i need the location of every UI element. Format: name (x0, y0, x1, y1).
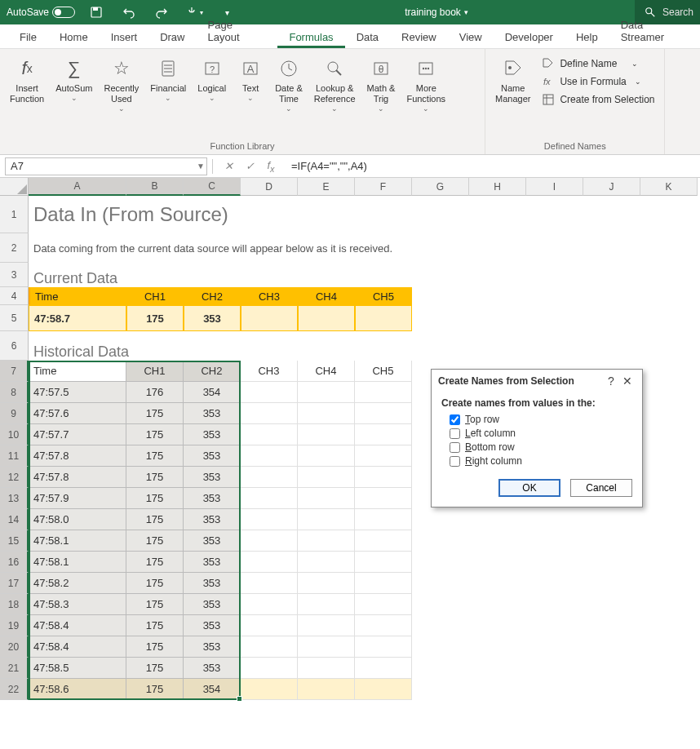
col-K[interactable]: K (640, 178, 698, 196)
tab-draw[interactable]: Draw (148, 26, 196, 48)
cell[interactable] (355, 658, 412, 679)
cell[interactable] (241, 679, 298, 700)
cell[interactable]: CH4 (298, 361, 355, 382)
fx-button[interactable]: fx (262, 159, 280, 174)
cell[interactable]: 353 (184, 552, 241, 573)
cell[interactable]: 353 (184, 658, 241, 679)
cell[interactable]: 175 (126, 552, 184, 573)
cell[interactable]: 47:57.7 (29, 424, 126, 445)
tab-view[interactable]: View (448, 26, 494, 48)
help-button[interactable]: ? (603, 374, 619, 388)
cell[interactable] (241, 305, 298, 331)
row-18[interactable]: 18 (0, 594, 29, 615)
cell[interactable]: CH3 (241, 361, 298, 382)
cell[interactable] (355, 403, 412, 424)
tab-insert[interactable]: Insert (100, 26, 149, 48)
row-7[interactable]: 7 (0, 361, 29, 382)
cell[interactable]: 47:57.5 (29, 382, 126, 403)
cell[interactable] (298, 467, 355, 488)
cell[interactable] (355, 382, 412, 403)
cell[interactable]: 353 (184, 530, 241, 552)
tab-page-layout[interactable]: Page Layout (197, 14, 278, 48)
cell[interactable]: 353 (184, 305, 241, 331)
row-19[interactable]: 19 (0, 615, 29, 636)
row-21[interactable]: 21 (0, 658, 29, 679)
select-all-corner[interactable] (0, 178, 29, 196)
more-functions-button[interactable]: More Functions⌄ (401, 52, 450, 116)
row-6[interactable]: 6 (0, 331, 29, 361)
cell[interactable]: CH2 (184, 287, 241, 305)
formula-input[interactable]: =IF(A4="","",A4) (285, 160, 700, 172)
cell[interactable] (241, 467, 298, 488)
tab-home[interactable]: Home (48, 26, 100, 48)
row-9[interactable]: 9 (0, 403, 29, 424)
ok-button[interactable]: OK (498, 479, 560, 497)
cell[interactable]: CH4 (298, 287, 355, 305)
cell[interactable] (355, 305, 412, 331)
col-C[interactable]: C (184, 178, 241, 196)
cell[interactable] (355, 615, 412, 636)
cell[interactable]: CH3 (241, 287, 298, 305)
cell[interactable]: 175 (126, 573, 184, 594)
chevron-down-icon[interactable]: ▼ (197, 162, 205, 171)
cell[interactable] (241, 573, 298, 594)
cancel-button[interactable]: Cancel (570, 479, 632, 497)
row-20[interactable]: 20 (0, 636, 29, 658)
cell[interactable]: 175 (126, 658, 184, 679)
cell[interactable]: 47:58.2 (29, 573, 126, 594)
cell[interactable]: 175 (126, 467, 184, 488)
cell[interactable]: 353 (184, 573, 241, 594)
cell[interactable] (355, 679, 412, 700)
cell[interactable]: 353 (184, 467, 241, 488)
cell[interactable]: 47:58.4 (29, 615, 126, 636)
cell[interactable]: 47:58.0 (29, 509, 126, 530)
tab-data-streamer[interactable]: Data Streamer (609, 14, 700, 48)
row-8[interactable]: 8 (0, 382, 29, 403)
cell[interactable]: 175 (126, 509, 184, 530)
insert-function-button[interactable]: fxInsert Function (5, 52, 49, 108)
cell[interactable] (298, 382, 355, 403)
cell[interactable]: Time (29, 361, 126, 382)
cell[interactable] (355, 594, 412, 615)
cell[interactable] (355, 636, 412, 658)
cell[interactable] (298, 679, 355, 700)
cell[interactable]: 175 (126, 636, 184, 658)
cell[interactable] (241, 509, 298, 530)
cell[interactable]: 175 (126, 305, 184, 331)
cell[interactable] (298, 305, 355, 331)
col-F[interactable]: F (355, 178, 412, 196)
name-box[interactable]: A7▼ (5, 157, 207, 175)
cell[interactable] (298, 530, 355, 552)
cell[interactable]: 353 (184, 636, 241, 658)
row-5[interactable]: 5 (0, 305, 29, 331)
cell[interactable] (298, 636, 355, 658)
enter-formula-button[interactable]: ✓ (241, 160, 259, 172)
cell[interactable]: 353 (184, 424, 241, 445)
chevron-down-icon[interactable]: ▾ (464, 8, 468, 16)
cell[interactable] (241, 615, 298, 636)
cell[interactable] (241, 488, 298, 509)
cell[interactable]: 175 (126, 679, 184, 700)
cell[interactable]: 47:57.6 (29, 403, 126, 424)
create-from-selection-button[interactable]: Create from Selection (537, 91, 659, 108)
col-E[interactable]: E (298, 178, 355, 196)
redo-button[interactable] (150, 1, 173, 24)
autosave-toggle[interactable]: AutoSave (7, 7, 75, 18)
lookup-button[interactable]: Lookup & Reference⌄ (309, 52, 361, 116)
cell[interactable]: 47:58.7 (29, 305, 126, 331)
save-button[interactable] (85, 1, 108, 24)
cell[interactable]: 175 (126, 594, 184, 615)
autosum-button[interactable]: ∑AutoSum⌄ (51, 52, 97, 105)
cell[interactable]: CH1 (126, 287, 184, 305)
cell[interactable] (298, 445, 355, 467)
date-time-button[interactable]: Date & Time⌄ (270, 52, 308, 116)
cell[interactable]: CH5 (355, 361, 412, 382)
logical-button[interactable]: ?Logical⌄ (193, 52, 231, 105)
cell[interactable] (298, 658, 355, 679)
col-H[interactable]: H (469, 178, 526, 196)
use-in-formula-button[interactable]: fxUse in Formula⌄ (537, 73, 659, 90)
cell[interactable] (355, 488, 412, 509)
row-22[interactable]: 22 (0, 679, 29, 700)
cell[interactable]: 176 (126, 382, 184, 403)
cell[interactable]: 47:58.1 (29, 552, 126, 573)
